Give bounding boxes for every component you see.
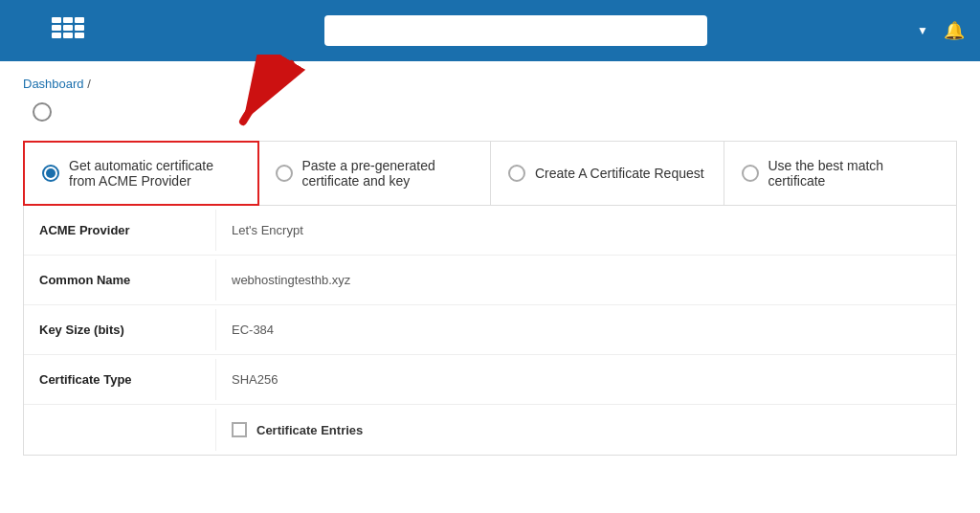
- option-tab-create[interactable]: Create A Certificate Request: [491, 142, 724, 205]
- search-input[interactable]: [324, 15, 707, 46]
- search-bar[interactable]: [145, 15, 886, 46]
- form-label-2: Key Size (bits): [24, 309, 215, 350]
- logo: [15, 17, 130, 45]
- form-label-1: Common Name: [24, 259, 215, 301]
- options-row: Get automatic certificate from ACME Prov…: [23, 141, 957, 206]
- chevron-down-icon[interactable]: ▼: [917, 24, 928, 37]
- bell-icon[interactable]: 🔔: [944, 20, 965, 41]
- option-label-create: Create A Certificate Request: [535, 166, 704, 181]
- certificate-entries-checkbox[interactable]: [232, 422, 247, 437]
- option-tab-best[interactable]: Use the best match certificate: [724, 142, 957, 205]
- svg-rect-8: [75, 33, 84, 38]
- option-label-paste: Paste a pre-generated certificate and ke…: [302, 158, 474, 189]
- radio-best: [742, 165, 759, 182]
- radio-paste: [276, 165, 293, 182]
- logo-icon: [52, 17, 86, 44]
- svg-rect-2: [75, 17, 84, 23]
- form-value-2[interactable]: EC-384: [215, 309, 956, 350]
- form-section: ACME ProviderLet's EncryptCommon Nameweb…: [23, 206, 957, 456]
- form-row-0: ACME ProviderLet's Encrypt: [24, 206, 956, 256]
- breadcrumb-dashboard[interactable]: Dashboard: [23, 77, 84, 91]
- content: Dashboard / Get automatic certificate fr…: [0, 61, 980, 513]
- form-label-3: Certificate Type: [24, 359, 215, 400]
- options-container: Get automatic certificate from ACME Prov…: [23, 141, 957, 206]
- form-label-0: ACME Provider: [24, 210, 215, 251]
- certificate-entries-label: Certificate Entries: [256, 423, 363, 437]
- form-row-2: Key Size (bits)EC-384: [24, 305, 956, 355]
- breadcrumb-separator: /: [87, 77, 91, 91]
- radio-acme: [42, 165, 59, 182]
- option-label-acme: Get automatic certificate from ACME Prov…: [69, 158, 240, 189]
- svg-rect-3: [52, 25, 61, 31]
- page-title-area: [23, 102, 957, 122]
- help-icon[interactable]: [33, 102, 52, 122]
- form-value-0[interactable]: Let's Encrypt: [215, 210, 956, 251]
- form-row-1: Common Namewebhostingtesthb.xyz: [24, 256, 956, 305]
- form-row-3: Certificate TypeSHA256: [24, 355, 956, 405]
- form-value-3[interactable]: SHA256: [215, 359, 956, 400]
- option-tab-acme[interactable]: Get automatic certificate from ACME Prov…: [23, 141, 259, 206]
- form-label-empty: [24, 416, 215, 443]
- form-value-1[interactable]: webhostingtesthb.xyz: [215, 259, 956, 301]
- certificate-entries-field[interactable]: Certificate Entries: [215, 409, 956, 451]
- option-tab-paste[interactable]: Paste a pre-generated certificate and ke…: [258, 142, 492, 205]
- svg-rect-1: [63, 17, 73, 23]
- svg-rect-7: [63, 33, 73, 38]
- form-row-certificate-entries: Certificate Entries: [24, 405, 956, 455]
- svg-rect-4: [63, 25, 73, 31]
- svg-rect-0: [52, 17, 61, 23]
- svg-rect-6: [52, 33, 61, 38]
- svg-rect-5: [75, 25, 84, 31]
- radio-create: [508, 165, 525, 182]
- header: ▼ 🔔: [0, 0, 980, 61]
- breadcrumb: Dashboard /: [23, 77, 957, 91]
- option-label-best: Use the best match certificate: [768, 158, 940, 189]
- header-right: ▼ 🔔: [902, 20, 965, 41]
